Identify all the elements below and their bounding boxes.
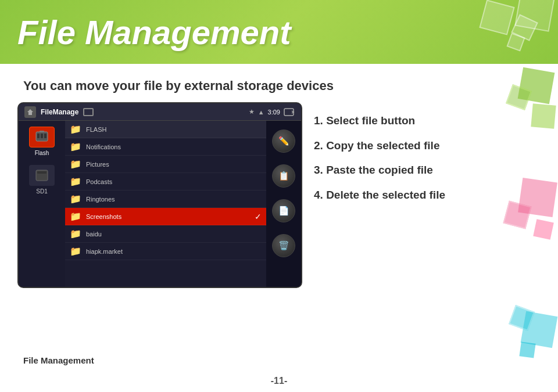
instruction-4: 4. Delete the selected file bbox=[314, 188, 541, 203]
file-item-hiapk[interactable]: 📁 hiapk.market bbox=[65, 243, 266, 260]
subtitle-text: You can move your file by external stora… bbox=[0, 64, 558, 102]
folder-icon: 📁 bbox=[70, 124, 81, 135]
home-button[interactable] bbox=[24, 106, 36, 118]
file-name-hiapk: hiapk.market bbox=[86, 248, 262, 255]
svg-rect-3 bbox=[40, 131, 44, 132]
instructions-list: 1. Select file button 2. Copy the select… bbox=[314, 102, 541, 351]
device-mockup: FileManage ★ ▲ 3:09 bbox=[17, 102, 302, 288]
file-name-baidu: baidu bbox=[86, 231, 262, 238]
checkmark-icon: ✓ bbox=[255, 212, 262, 221]
device-filelist: 📁 FLASH 📁 Notifications 📁 Pictures 📁 Pod… bbox=[65, 121, 266, 287]
file-item-notifications[interactable]: 📁 Notifications bbox=[65, 138, 266, 156]
main-content: You can move your file by external stora… bbox=[0, 64, 558, 392]
folder-icon: 📁 bbox=[70, 246, 81, 257]
bluetooth-icon: ★ bbox=[249, 108, 255, 116]
svg-marker-0 bbox=[27, 109, 33, 115]
file-item-screenshots[interactable]: 📁 Screenshots ✓ bbox=[65, 208, 266, 225]
delete-button[interactable]: 🗑️ bbox=[272, 234, 295, 257]
monitor-icon bbox=[83, 108, 94, 116]
file-name-flash: FLASH bbox=[86, 126, 262, 133]
file-name-notifications: Notifications bbox=[86, 143, 262, 150]
folder-icon: 📁 bbox=[70, 176, 81, 187]
file-name-screenshots: Screenshots bbox=[86, 213, 250, 220]
back-icon[interactable] bbox=[284, 108, 295, 116]
file-name-pictures: Pictures bbox=[86, 161, 262, 168]
folder-icon: 📁 bbox=[70, 211, 81, 222]
copy-button[interactable]: 📋 bbox=[272, 164, 295, 188]
file-item-pictures[interactable]: 📁 Pictures bbox=[65, 156, 266, 173]
copy-icon: 📋 bbox=[278, 171, 289, 181]
device-sidebar: Flash SD1 bbox=[19, 121, 65, 287]
page-number: -11- bbox=[0, 370, 558, 392]
device-topbar-right: ★ ▲ 3:09 bbox=[249, 108, 295, 116]
edit-button[interactable]: ✏️ bbox=[272, 130, 295, 153]
folder-icon: 📁 bbox=[70, 159, 81, 170]
paste-button[interactable]: 📄 bbox=[272, 199, 295, 222]
header-bar: File Management bbox=[0, 0, 558, 64]
flash-icon-box bbox=[29, 127, 55, 148]
file-name-ringtones: Ringtones bbox=[86, 196, 262, 203]
device-title: FileManage bbox=[41, 108, 78, 116]
device-actions: ✏️ 📋 📄 🗑️ bbox=[266, 121, 301, 287]
paste-icon: 📄 bbox=[278, 206, 289, 216]
sidebar-flash[interactable]: Flash bbox=[29, 127, 55, 156]
sidebar-sd1[interactable]: SD1 bbox=[29, 165, 55, 195]
folder-icon: 📁 bbox=[70, 141, 81, 152]
file-item-flash[interactable]: 📁 FLASH bbox=[65, 121, 266, 138]
content-row: FileManage ★ ▲ 3:09 bbox=[0, 102, 558, 351]
instruction-1: 1. Select file button bbox=[314, 114, 541, 128]
delete-icon: 🗑️ bbox=[278, 240, 289, 251]
caption-text: File Management bbox=[0, 351, 558, 370]
page-title: File Management bbox=[17, 13, 291, 52]
svg-rect-1 bbox=[284, 109, 294, 116]
flash-label: Flash bbox=[35, 150, 49, 156]
svg-rect-8 bbox=[37, 171, 46, 174]
device-time: 3:09 bbox=[268, 109, 280, 116]
folder-icon: 📁 bbox=[70, 193, 81, 204]
edit-icon: ✏️ bbox=[278, 136, 289, 146]
sd1-icon bbox=[35, 169, 49, 182]
device-body: Flash SD1 📁 bbox=[19, 121, 301, 287]
device-topbar: FileManage ★ ▲ 3:09 bbox=[19, 103, 301, 121]
folder-icon: 📁 bbox=[70, 228, 81, 239]
svg-rect-5 bbox=[41, 134, 43, 138]
instruction-3: 3. Paste the copied file bbox=[314, 163, 541, 178]
svg-rect-6 bbox=[44, 134, 46, 138]
file-item-ringtones[interactable]: 📁 Ringtones bbox=[65, 190, 266, 208]
flash-icon bbox=[35, 131, 49, 143]
sd1-label: SD1 bbox=[36, 188, 47, 195]
deco-squares-top bbox=[442, 0, 558, 64]
device-topbar-left: FileManage bbox=[24, 106, 94, 118]
file-item-podcasts[interactable]: 📁 Podcasts bbox=[65, 173, 266, 190]
file-name-podcasts: Podcasts bbox=[86, 178, 262, 185]
file-item-baidu[interactable]: 📁 baidu bbox=[65, 225, 266, 243]
instruction-2: 2. Copy the selected file bbox=[314, 139, 541, 153]
wifi-icon: ▲ bbox=[258, 109, 264, 116]
sd1-icon-box bbox=[29, 165, 55, 186]
home-icon bbox=[27, 109, 34, 116]
svg-rect-4 bbox=[37, 134, 40, 138]
